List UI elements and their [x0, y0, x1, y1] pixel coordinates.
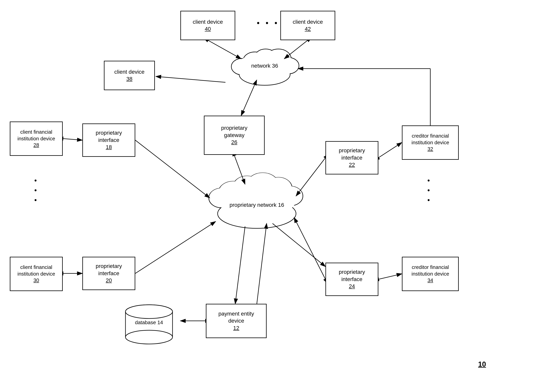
client-device-38-num: 38 — [126, 75, 132, 83]
client-device-40-label: client device — [193, 19, 223, 25]
svg-line-39 — [235, 226, 245, 304]
creditor-fin-32-label: creditor financialinstitution device — [412, 133, 449, 146]
proprietary-gateway-26-box: proprietarygateway 26 — [204, 116, 265, 155]
client-device-42-box: client device 42 — [280, 11, 335, 40]
proprietary-interface-24-label: proprietaryinterface — [339, 269, 365, 283]
proprietary-interface-22-num: 22 — [349, 161, 355, 168]
proprietary-interface-24-num: 24 — [349, 283, 355, 290]
proprietary-interface-22-box: proprietaryinterface 22 — [325, 141, 378, 174]
svg-line-28 — [208, 40, 241, 59]
svg-line-38 — [294, 218, 325, 279]
creditor-fin-32-num: 32 — [427, 146, 433, 153]
svg-point-15 — [233, 176, 261, 196]
client-fin-28-box: client financialinstitution device 28 — [10, 121, 63, 156]
svg-point-25 — [265, 177, 292, 198]
svg-point-3 — [255, 49, 277, 65]
payment-entity-12-box: payment entitydevice 12 — [206, 304, 267, 338]
proprietary-interface-22-label: proprietaryinterface — [339, 147, 365, 161]
proprietary-interface-24-box: proprietaryinterface 24 — [325, 263, 378, 296]
creditor-fin-34-num: 34 — [427, 277, 433, 284]
creditor-fin-34-box: creditor financialinstitution device 34 — [402, 257, 459, 291]
svg-line-31 — [241, 84, 255, 116]
svg-line-37 — [296, 158, 325, 196]
svg-line-29 — [284, 40, 308, 59]
creditor-fin-32-box: creditor financialinstitution device 32 — [402, 126, 459, 160]
client-device-40-num: 40 — [205, 25, 211, 33]
proprietary-interface-20-label: proprietaryinterface — [96, 263, 122, 277]
proprietary-interface-20-num: 20 — [106, 277, 112, 284]
proprietary-network-16-cloud — [209, 173, 303, 228]
dots-right: • • • — [427, 176, 431, 204]
database-14: database 14 — [122, 304, 176, 345]
svg-line-36 — [135, 221, 216, 273]
svg-point-51 — [126, 330, 173, 344]
svg-line-34 — [234, 155, 245, 184]
client-fin-28-num: 28 — [33, 142, 39, 149]
proprietary-gateway-26-label: proprietarygateway — [221, 125, 247, 139]
svg-point-22 — [219, 181, 248, 202]
svg-point-52 — [126, 305, 173, 318]
dots-left: • • • — [34, 176, 38, 204]
svg-point-21 — [218, 182, 296, 218]
creditor-fin-34-label: creditor financialinstitution device — [412, 264, 449, 277]
client-device-40-box: client device 40 — [180, 11, 235, 40]
svg-point-24 — [247, 173, 278, 195]
client-fin-30-num: 30 — [33, 277, 39, 284]
svg-point-10 — [255, 49, 276, 64]
dots-top: • • • — [257, 19, 279, 28]
svg-point-17 — [265, 177, 292, 199]
network-36-label: network 36 — [241, 63, 288, 69]
proprietary-interface-18-label: proprietaryinterface — [96, 129, 122, 144]
svg-line-45 — [257, 224, 267, 304]
proprietary-interface-18-num: 18 — [106, 144, 112, 151]
svg-line-44 — [378, 274, 402, 279]
proprietary-network-16-label: proprietary network 16 — [218, 202, 296, 208]
svg-point-16 — [247, 173, 278, 196]
client-fin-30-box: client financialinstitution device 30 — [10, 257, 63, 291]
svg-point-14 — [219, 181, 248, 203]
client-device-38-box: client device 38 — [104, 61, 155, 90]
client-device-38-label: client device — [114, 68, 145, 75]
diagram: client device 40 client device 42 client… — [0, 0, 535, 392]
svg-point-23 — [234, 176, 260, 196]
proprietary-interface-20-box: proprietaryinterface 20 — [82, 257, 135, 290]
svg-line-43 — [378, 143, 402, 158]
figure-label: 10 — [478, 360, 486, 369]
client-device-42-num: 42 — [305, 25, 311, 33]
svg-line-46 — [272, 224, 325, 266]
client-fin-30-label: client financialinstitution device — [18, 264, 55, 277]
proprietary-gateway-26-num: 26 — [231, 139, 237, 146]
payment-entity-12-num: 12 — [233, 325, 239, 332]
svg-line-30 — [156, 76, 225, 82]
svg-line-35 — [135, 140, 210, 198]
proprietary-interface-18-box: proprietaryinterface 18 — [82, 123, 135, 157]
svg-line-41 — [63, 139, 82, 140]
payment-entity-12-label: payment entitydevice — [218, 310, 254, 325]
client-fin-28-label: client financialinstitution device — [18, 129, 55, 142]
client-device-42-label: client device — [293, 19, 323, 25]
